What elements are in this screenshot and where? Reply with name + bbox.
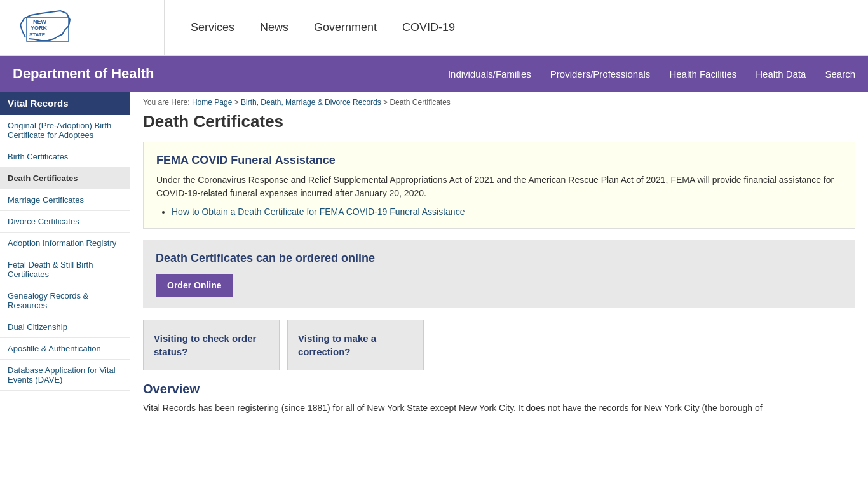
sidebar-item-marriage-certificates[interactable]: Marriage Certificates	[0, 189, 130, 211]
nav-health-data[interactable]: Health Data	[756, 69, 806, 79]
svg-text:NEW: NEW	[33, 18, 47, 25]
nav-government[interactable]: Government	[314, 21, 377, 34]
nav-individuals-families[interactable]: Individuals/Families	[448, 69, 531, 79]
fema-title: FEMA COVID Funeral Assistance	[156, 154, 842, 167]
sidebar: Vital Records Original (Pre-Adoption) Bi…	[0, 92, 130, 488]
main-wrapper: Vital Records Original (Pre-Adoption) Bi…	[0, 92, 868, 488]
order-online-title: Death Certificates can be ordered online	[156, 252, 843, 265]
breadcrumb: You are Here: Home Page > Birth, Death, …	[143, 98, 855, 107]
overview-section: Overview Vital Records has been register…	[143, 382, 855, 415]
ny-state-logo: NEW YORK STATE	[13, 6, 83, 50]
cards-row: Visiting to check order status? Visting …	[143, 320, 855, 370]
purple-navigation: Department of Health Individuals/Familie…	[0, 56, 868, 92]
card-correction: Visting to make a correction?	[287, 320, 424, 370]
logo-area: NEW YORK STATE	[13, 0, 165, 55]
nav-services[interactable]: Services	[191, 21, 234, 34]
breadcrumb-home[interactable]: Home Page	[192, 98, 232, 107]
sidebar-item-dual-citizenship[interactable]: Dual Citizenship	[0, 316, 130, 338]
overview-title: Overview	[143, 382, 855, 396]
page-title: Death Certificates	[143, 112, 855, 132]
purple-nav-links: Individuals/Families Providers/Professio…	[448, 69, 855, 79]
order-online-box: Death Certificates can be ordered online…	[143, 240, 855, 308]
dept-title: Department of Health	[13, 65, 191, 82]
card-correction-link[interactable]: Visting to make a correction?	[298, 333, 376, 357]
nav-news[interactable]: News	[260, 21, 288, 34]
nav-health-facilities[interactable]: Health Facilities	[669, 69, 736, 79]
sidebar-title: Vital Records	[0, 92, 130, 115]
fema-text: Under the Coronavirus Response and Relie…	[156, 173, 842, 200]
overview-text: Vital Records has been registering (sinc…	[143, 402, 855, 415]
breadcrumb-you-are-here: You are Here:	[143, 98, 190, 107]
sidebar-item-adoption-birth[interactable]: Original (Pre-Adoption) Birth Certificat…	[0, 115, 130, 146]
sidebar-item-fetal-death[interactable]: Fetal Death & Still Birth Certificates	[0, 254, 130, 285]
sidebar-item-adoption-registry[interactable]: Adoption Information Registry	[0, 233, 130, 254]
sidebar-item-divorce-certificates[interactable]: Divorce Certificates	[0, 211, 130, 233]
sidebar-item-birth-certificates[interactable]: Birth Certificates	[0, 146, 130, 168]
nav-search[interactable]: Search	[825, 69, 855, 79]
nav-covid[interactable]: COVID-19	[402, 21, 455, 34]
content-area: You are Here: Home Page > Birth, Death, …	[130, 92, 868, 488]
top-navigation: NEW YORK STATE Services News Government …	[0, 0, 868, 56]
fema-link[interactable]: How to Obtain a Death Certificate for FE…	[172, 207, 465, 217]
card-check-order: Visiting to check order status?	[143, 320, 280, 370]
svg-text:STATE: STATE	[29, 32, 46, 37]
breadcrumb-current: Death Certificates	[390, 98, 450, 107]
card-check-order-link[interactable]: Visiting to check order status?	[154, 333, 256, 357]
svg-text:YORK: YORK	[31, 25, 48, 31]
sidebar-item-dave[interactable]: Database Application for Vital Events (D…	[0, 360, 130, 391]
top-nav-links: Services News Government COVID-19	[165, 21, 455, 34]
nav-providers-professionals[interactable]: Providers/Professionals	[550, 69, 651, 79]
fema-box: FEMA COVID Funeral Assistance Under the …	[143, 142, 855, 229]
sidebar-item-genealogy[interactable]: Genealogy Records & Resources	[0, 285, 130, 316]
order-online-button[interactable]: Order Online	[156, 274, 233, 297]
sidebar-item-death-certificates[interactable]: Death Certificates	[0, 168, 130, 189]
sidebar-item-apostille[interactable]: Apostille & Authentication	[0, 338, 130, 360]
breadcrumb-birth-records[interactable]: Birth, Death, Marriage & Divorce Records	[241, 98, 381, 107]
